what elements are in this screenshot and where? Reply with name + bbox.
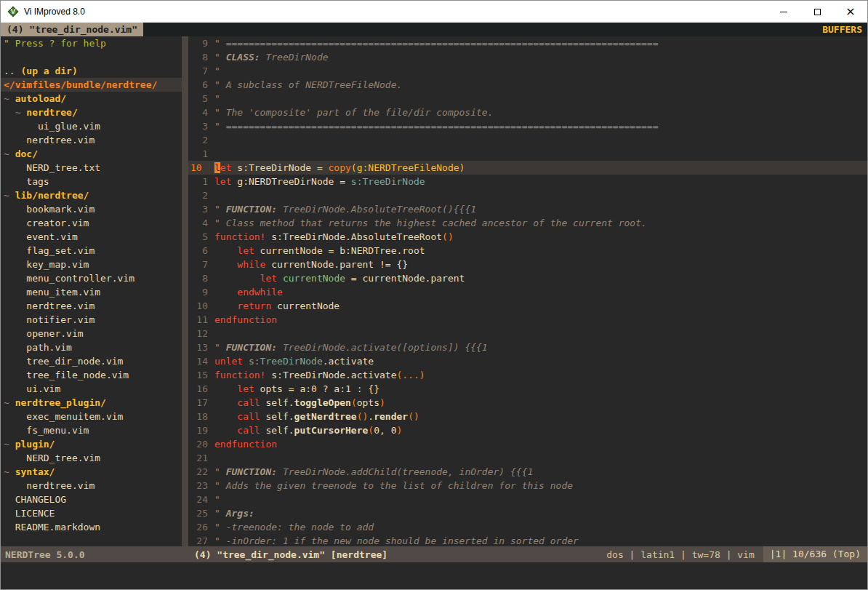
editor-line[interactable]: 5" <box>188 92 867 105</box>
line-number: 11 <box>188 313 214 327</box>
nerdtree-line[interactable]: bookmark.vim <box>1 202 182 216</box>
editor-line[interactable]: 8" CLASS: TreeDirNode <box>188 50 867 64</box>
nerdtree-line[interactable]: path.vim <box>1 340 182 354</box>
line-number: 19 <box>188 423 214 437</box>
nerdtree-line[interactable]: ~ plugin/ <box>1 437 182 451</box>
nerdtree-line[interactable]: ~ syntax/ <box>1 465 182 479</box>
editor-line[interactable]: 21 <box>188 451 867 465</box>
editor-line[interactable]: 8 let currentNode = currentNode.parent <box>188 271 867 285</box>
editor-line[interactable]: 6" A subclass of NERDTreeFileNode. <box>188 78 867 92</box>
editor-line[interactable]: 6 let currentNode = b:NERDTree.root <box>188 244 867 258</box>
editor-line[interactable]: 2 <box>188 133 867 147</box>
nerdtree-line[interactable]: ui.vim <box>1 382 182 396</box>
statusline-filename: (4) "tree_dir_node.vim" [nerdtree] <box>188 549 387 560</box>
line-number: 18 <box>188 410 214 423</box>
close-icon: × <box>845 6 855 17</box>
close-button[interactable]: × <box>834 1 867 23</box>
line-number: 27 <box>188 534 214 546</box>
editor-line[interactable]: 7" <box>188 64 867 78</box>
nerdtree-line[interactable]: key_map.vim <box>1 258 182 271</box>
editor-line[interactable]: 17 call self.toggleOpen(opts) <box>188 396 867 410</box>
nerdtree-line[interactable]: ~ lib/nerdtree/ <box>1 188 182 202</box>
tab-current[interactable]: (4) "tree_dir_node.vim" <box>1 23 143 36</box>
tabline: (4) "tree_dir_node.vim" BUFFERS <box>1 23 867 36</box>
line-number: 25 <box>188 506 214 520</box>
editor-line[interactable]: 13" FUNCTION: TreeDirNode.activate([opti… <box>188 340 867 354</box>
nerdtree-line[interactable]: flag_set.vim <box>1 244 182 258</box>
nerdtree-status: NERDTree 5.0.0 <box>1 549 188 560</box>
editor-line[interactable]: 26" -treenode: the node to add <box>188 520 867 534</box>
minimize-button[interactable] <box>767 1 800 23</box>
nerdtree-line[interactable]: NERD_tree.txt <box>1 161 182 175</box>
statusline-position: |1| 10/636 (Top) <box>763 546 867 562</box>
nerdtree-line[interactable]: nerdtree.vim <box>1 299 182 313</box>
editor-line[interactable]: 9 endwhile <box>188 285 867 299</box>
window-controls: × <box>767 1 867 23</box>
editor-line[interactable]: 18 call self.getNerdtree().render() <box>188 410 867 423</box>
editor-line[interactable]: 23" Adds the given treenode to the list … <box>188 479 867 493</box>
nerdtree-line[interactable]: NERD_tree.vim <box>1 451 182 465</box>
nerdtree-line[interactable]: tree_dir_node.vim <box>1 354 182 368</box>
editor-line[interactable]: 4" The 'composite' part of the file/dir … <box>188 105 867 119</box>
nerdtree-line[interactable]: ~ autoload/ <box>1 92 182 105</box>
editor-line[interactable]: 2 <box>188 188 867 202</box>
editor-line[interactable]: 1let g:NERDTreeDirNode = s:TreeDirNode <box>188 175 867 188</box>
nerdtree-line[interactable]: ~ nerdtree_plugin/ <box>1 396 182 410</box>
editor-line[interactable]: 14unlet s:TreeDirNode.activate <box>188 354 867 368</box>
nerdtree-line[interactable]: tree_file_node.vim <box>1 368 182 382</box>
nerdtree-line[interactable]: ~ doc/ <box>1 147 182 161</box>
line-number: 8 <box>188 50 214 64</box>
statusline: NERDTree 5.0.0 (4) "tree_dir_node.vim" [… <box>1 546 867 562</box>
editor-line[interactable]: 3" =====================================… <box>188 119 867 133</box>
nerdtree-line[interactable]: ~ nerdtree/ <box>1 105 182 119</box>
editor-line[interactable]: 16 let opts = a:0 ? a:1 : {} <box>188 382 867 396</box>
editor-line[interactable]: 15function! s:TreeDirNode.activate(...) <box>188 368 867 382</box>
nerdtree-line[interactable]: event.vim <box>1 230 182 244</box>
editor-line[interactable]: 10let s:TreeDirNode = copy(g:NERDTreeFil… <box>188 161 867 175</box>
nerdtree-line[interactable]: ui_glue.vim <box>1 119 182 133</box>
editor-line[interactable]: 24" <box>188 493 867 506</box>
editor-line[interactable]: 12 <box>188 327 867 340</box>
editor-line[interactable]: 9" =====================================… <box>188 36 867 50</box>
nerdtree-panel: " Press ? for help.. (up a dir)</vimfile… <box>1 36 182 546</box>
nerdtree-line[interactable]: </vimfiles/bundle/nerdtree/ <box>1 78 182 92</box>
line-number: 14 <box>188 354 214 368</box>
nerdtree-line[interactable]: menu_item.vim <box>1 285 182 299</box>
editor-line[interactable]: 19 call self.putCursorHere(0, 0) <box>188 423 867 437</box>
line-number: 21 <box>188 451 214 465</box>
nerdtree-line[interactable]: notifier.vim <box>1 313 182 327</box>
line-number: 6 <box>188 244 214 258</box>
nerdtree-line[interactable] <box>1 50 182 64</box>
line-number: 7 <box>188 64 214 78</box>
line-number: 1 <box>188 147 214 161</box>
line-number: 20 <box>188 437 214 451</box>
editor-line[interactable]: 3" FUNCTION: TreeDirNode.AbsoluteTreeRoo… <box>188 202 867 216</box>
nerdtree-line[interactable]: nerdtree.vim <box>1 133 182 147</box>
nerdtree-line[interactable]: opener.vim <box>1 327 182 340</box>
line-number: 3 <box>188 119 214 133</box>
nerdtree-line[interactable]: " Press ? for help <box>1 36 182 50</box>
nerdtree-line[interactable]: menu_controller.vim <box>1 271 182 285</box>
nerdtree-line[interactable]: creator.vim <box>1 216 182 230</box>
editor-line[interactable]: 20endfunction <box>188 437 867 451</box>
nerdtree-line[interactable]: LICENCE <box>1 506 182 520</box>
nerdtree-line[interactable]: CHANGELOG <box>1 493 182 506</box>
editor-line[interactable]: 22" FUNCTION: TreeDirNode.addChild(treen… <box>188 465 867 479</box>
editor-line[interactable]: 4" Class method that returns the highest… <box>188 216 867 230</box>
editor-line[interactable]: 27" -inOrder: 1 if the new node should b… <box>188 534 867 546</box>
nerdtree-line[interactable]: README.markdown <box>1 520 182 534</box>
editor-line[interactable]: 5function! s:TreeDirNode.AbsoluteTreeRoo… <box>188 230 867 244</box>
nerdtree-line[interactable]: fs_menu.vim <box>1 423 182 437</box>
vertical-split-handle[interactable] <box>182 36 188 546</box>
line-number: 3 <box>188 202 214 216</box>
editor-line[interactable]: 11endfunction <box>188 313 867 327</box>
editor-line[interactable]: 25" Args: <box>188 506 867 520</box>
nerdtree-line[interactable]: nerdtree.vim <box>1 479 182 493</box>
maximize-button[interactable] <box>800 1 834 23</box>
nerdtree-line[interactable]: exec_menuitem.vim <box>1 410 182 423</box>
editor-line[interactable]: 7 while currentNode.parent != {} <box>188 258 867 271</box>
nerdtree-line[interactable]: tags <box>1 175 182 188</box>
editor-line[interactable]: 1 <box>188 147 867 161</box>
editor-line[interactable]: 10 return currentNode <box>188 299 867 313</box>
nerdtree-line[interactable]: .. (up a dir) <box>1 64 182 78</box>
